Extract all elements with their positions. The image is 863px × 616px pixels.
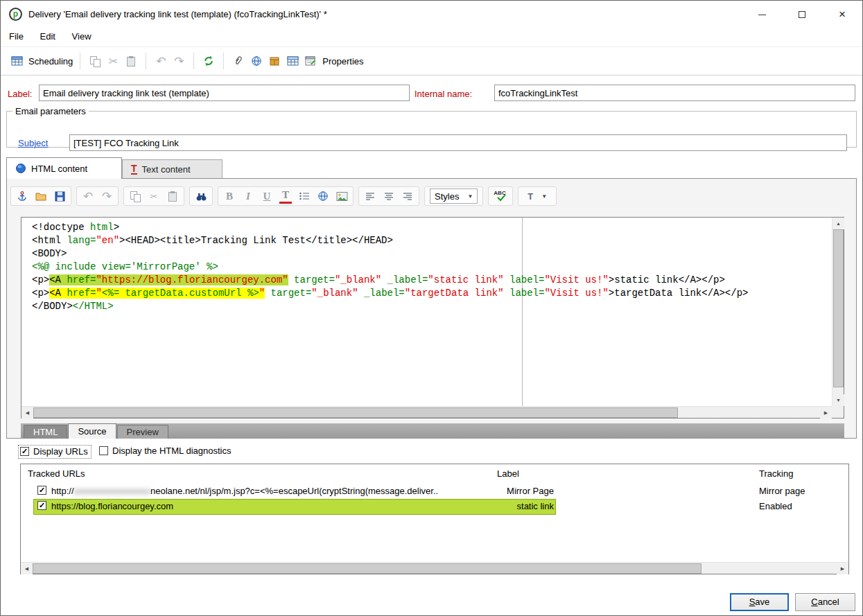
scroll-down-icon[interactable]: ▼ <box>833 394 844 406</box>
email-parameters-legend: Email parameters <box>12 106 89 116</box>
bold-icon[interactable]: B <box>223 188 236 204</box>
scroll-up-icon[interactable]: ▲ <box>833 218 844 229</box>
code-lines[interactable]: <!doctype html><html lang="en"><HEAD><ti… <box>21 218 832 406</box>
app-window: p Delivery 'Email delivery tracking link… <box>0 0 863 616</box>
table-row[interactable]: ✓http://xxxxxxxxxxxxxxxxxneolane.net/nl/… <box>21 484 848 499</box>
menu-edit[interactable]: Edit <box>33 28 62 44</box>
editor-horizontal-scrollbar[interactable]: ◀ ▶ <box>21 406 832 418</box>
insert-link-icon[interactable] <box>317 188 329 204</box>
format-dropdown[interactable]: T ▼ <box>523 188 551 204</box>
align-right-icon[interactable] <box>401 188 414 204</box>
code-line: <!doctype html> <box>32 221 832 234</box>
vertical-scroll-thumb[interactable] <box>833 229 844 387</box>
list-icon[interactable] <box>298 188 311 204</box>
view-tab-html[interactable]: HTML <box>24 425 67 439</box>
code-editor[interactable]: <!doctype html><html lang="en"><HEAD><ti… <box>21 217 844 419</box>
open-folder-icon[interactable] <box>35 188 47 204</box>
text-color-icon[interactable]: T <box>279 188 292 204</box>
undo-icon[interactable]: ↶ <box>152 52 170 70</box>
tracked-url: https://blog.floriancourgey.com <box>51 501 173 511</box>
anchor-icon[interactable] <box>16 188 28 204</box>
chevron-down-icon: ▼ <box>467 193 473 200</box>
row-checkbox[interactable]: ✓ <box>37 501 46 510</box>
copy-icon[interactable] <box>86 52 104 70</box>
editor-toolbar: ↶ ↷ ✂ B I U T <box>10 186 561 206</box>
italic-icon[interactable]: I <box>242 188 254 204</box>
view-tab-preview[interactable]: Preview <box>117 425 168 439</box>
find-binoculars-icon[interactable] <box>195 188 207 204</box>
code-line: <p><A href="https://blog.floriancourgey.… <box>32 274 832 287</box>
save-button[interactable]: Save <box>730 593 789 611</box>
properties-label[interactable]: Properties <box>322 56 363 67</box>
close-button[interactable]: × <box>822 1 862 28</box>
paste-icon[interactable] <box>122 52 140 70</box>
redacted-text: xxxxxxxxxxxxxxxxx <box>74 486 151 496</box>
calendar-icon[interactable] <box>284 52 302 70</box>
display-diagnostics-option[interactable]: Display the HTML diagnostics <box>99 446 231 456</box>
subject-link[interactable]: Subject <box>18 138 48 148</box>
html-content-panel: ↶ ↷ ✂ B I U T <box>6 178 857 439</box>
internal-name-input[interactable] <box>494 85 855 101</box>
cancel-button[interactable]: Cancel <box>795 593 855 611</box>
chevron-down-icon: ▼ <box>541 193 547 200</box>
display-diagnostics-checkbox[interactable] <box>99 446 108 455</box>
align-center-icon[interactable] <box>383 188 395 204</box>
view-mode-strip: HTML Source Preview <box>21 423 844 439</box>
label-caption: Label: <box>8 89 32 99</box>
spellcheck-icon[interactable]: ABC <box>494 188 507 204</box>
globe-link-icon[interactable] <box>247 52 265 70</box>
insert-image-icon[interactable] <box>335 188 348 204</box>
scroll-left-icon[interactable]: ◀ <box>21 407 33 419</box>
code-line: <BODY> <box>32 247 832 261</box>
refresh-icon[interactable] <box>200 52 218 70</box>
text-a-icon: T <box>131 164 137 175</box>
display-urls-option[interactable]: ✓ Display URLs <box>19 446 91 458</box>
scroll-right-icon[interactable]: ▶ <box>820 407 832 419</box>
redo-icon[interactable]: ↷ <box>170 52 188 70</box>
tab-html-content[interactable]: HTML content <box>6 157 122 179</box>
attachment-icon[interactable] <box>229 52 247 70</box>
scroll-right-icon[interactable]: ▶ <box>837 563 848 574</box>
tab-text-content[interactable]: T Text content <box>122 159 223 179</box>
table-horizontal-scrollbar[interactable]: ◀ ▶ <box>21 562 848 574</box>
view-tab-source[interactable]: Source <box>68 423 116 439</box>
styles-dropdown[interactable]: Styles ▼ <box>430 188 478 204</box>
title-bar: p Delivery 'Email delivery tracking link… <box>1 1 862 28</box>
display-urls-checkbox[interactable]: ✓ <box>20 447 29 456</box>
scrollbar-corner <box>832 406 844 418</box>
subject-input[interactable] <box>69 134 847 151</box>
horizontal-scroll-thumb[interactable] <box>33 563 701 574</box>
row-checkbox[interactable]: ✓ <box>37 486 46 495</box>
save-icon[interactable] <box>53 188 66 204</box>
editor-vertical-scrollbar[interactable]: ▲ ▼ <box>832 218 844 406</box>
scheduling-icon[interactable] <box>8 52 26 70</box>
align-left-icon[interactable] <box>364 188 376 204</box>
editor-copy-icon[interactable] <box>129 188 141 204</box>
horizontal-scroll-thumb[interactable] <box>33 407 678 418</box>
properties-icon[interactable] <box>302 52 320 70</box>
internal-name-caption: Internal name: <box>415 89 472 99</box>
package-icon[interactable] <box>265 52 284 70</box>
editor-redo-icon[interactable]: ↷ <box>101 188 113 204</box>
underline-icon[interactable]: U <box>261 188 273 204</box>
editor-cut-icon[interactable]: ✂ <box>148 188 160 204</box>
editor-undo-icon[interactable]: ↶ <box>82 188 94 204</box>
minimize-button[interactable] <box>742 1 782 28</box>
menu-file[interactable]: File <box>2 28 30 44</box>
tab-html-label: HTML content <box>31 164 87 174</box>
close-icon: × <box>839 8 846 21</box>
table-row[interactable]: ✓https://blog.floriancourgey.comstatic l… <box>21 499 848 514</box>
minimize-icon <box>758 15 766 15</box>
maximize-button[interactable] <box>782 1 822 28</box>
menu-view[interactable]: View <box>65 28 98 44</box>
window-title: Delivery 'Email delivery tracking link t… <box>28 1 327 28</box>
url-tracking-status: Mirror page <box>759 486 805 496</box>
cut-icon[interactable]: ✂ <box>104 52 122 70</box>
column-header-tracking: Tracking <box>759 468 793 479</box>
editor-paste-icon[interactable] <box>166 188 179 204</box>
scheduling-label[interactable]: Scheduling <box>28 56 73 67</box>
scroll-left-icon[interactable]: ◀ <box>21 563 33 574</box>
label-input[interactable] <box>39 85 410 101</box>
app-logo-icon: p <box>9 8 22 21</box>
display-diagnostics-label: Display the HTML diagnostics <box>112 446 231 456</box>
